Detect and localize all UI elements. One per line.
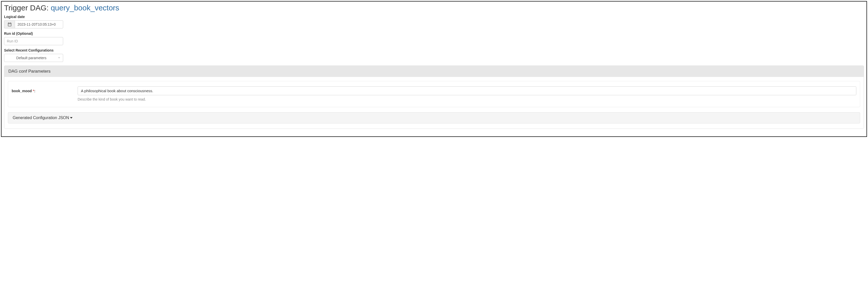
dag-conf-panel: DAG conf Parameters book_mood *: Describ… xyxy=(4,65,864,129)
logical-date-label: Logical date xyxy=(4,15,864,19)
param-colon: : xyxy=(34,89,35,93)
run-id-group: Run id (Optional) xyxy=(4,31,864,45)
run-id-label: Run id (Optional) xyxy=(4,31,864,35)
calendar-icon[interactable] xyxy=(4,20,15,28)
logical-date-input[interactable] xyxy=(15,20,63,28)
param-help-text: Describe the kind of book you want to re… xyxy=(78,97,856,101)
recent-config-label: Select Recent Configurations xyxy=(4,48,864,52)
page-title: Trigger DAG: query_book_vectors xyxy=(4,4,864,12)
param-input-col: Describe the kind of book you want to re… xyxy=(78,86,856,101)
dag-conf-heading: DAG conf Parameters xyxy=(4,66,864,77)
dag-conf-body: book_mood *: Describe the kind of book y… xyxy=(4,77,864,128)
dag-name: query_book_vectors xyxy=(51,4,119,12)
dag-name-link[interactable]: query_book_vectors xyxy=(51,4,119,12)
book-mood-input[interactable] xyxy=(78,86,856,95)
logical-date-group: Logical date xyxy=(4,15,864,28)
caret-down-icon xyxy=(70,116,72,120)
run-id-input[interactable] xyxy=(4,37,63,45)
logical-date-input-group xyxy=(4,20,63,28)
recent-config-selected-value: Default parameters xyxy=(16,56,46,60)
generated-json-toggle[interactable]: Generated Configuration JSON xyxy=(8,112,860,123)
trigger-dag-form: Trigger DAG: query_book_vectors Logical … xyxy=(1,1,867,137)
recent-config-select[interactable]: Default parameters xyxy=(4,54,63,62)
param-name: book_mood xyxy=(12,89,33,93)
recent-config-group: Select Recent Configurations Default par… xyxy=(4,48,864,62)
page-title-prefix: Trigger DAG: xyxy=(4,4,51,12)
generated-json-label: Generated Configuration JSON xyxy=(13,116,69,120)
param-label: book_mood *: xyxy=(12,86,78,93)
recent-config-select-wrapper: Default parameters xyxy=(4,54,63,62)
param-row-book-mood: book_mood *: Describe the kind of book y… xyxy=(8,81,860,107)
